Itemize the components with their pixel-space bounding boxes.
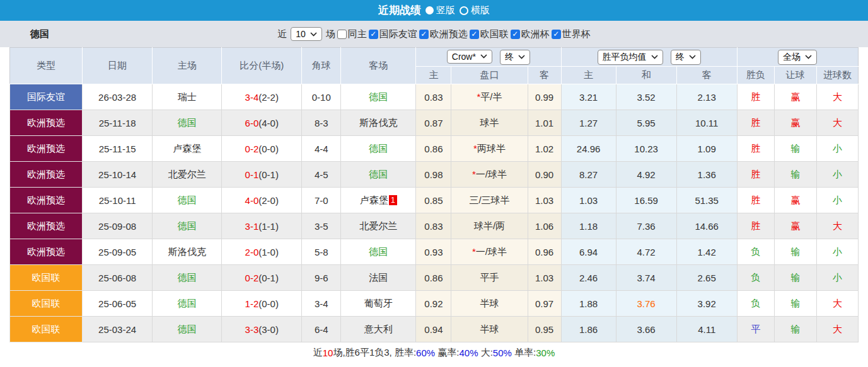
checkbox-checked-icon[interactable]: ✓ bbox=[470, 30, 479, 39]
header-avg-group: 胜平负均值 终 bbox=[561, 48, 737, 67]
filter-checkbox-friendly[interactable]: ✓ 国际友谊 bbox=[368, 28, 417, 40]
away-team[interactable]: 德国 bbox=[341, 162, 416, 188]
avg-draw-odds: 10.23 bbox=[616, 136, 676, 162]
home-team[interactable]: 北爱尔兰 bbox=[153, 162, 222, 188]
team-name-text: 德国 bbox=[369, 143, 388, 154]
away-team[interactable]: 德国 bbox=[341, 136, 416, 162]
handicap-odds-away: 0.96 bbox=[528, 239, 561, 265]
away-team[interactable]: 法国 bbox=[341, 265, 416, 291]
checkbox-unchecked-icon[interactable] bbox=[337, 30, 347, 39]
summary-bar: 近10场,胜6平1负3, 胜率:60% 赢率:40% 大:50% 单率:30% bbox=[0, 342, 868, 363]
home-team[interactable]: 卢森堡 bbox=[153, 136, 222, 162]
odds-period-select[interactable]: 终 bbox=[500, 50, 530, 65]
subheader-avg-draw: 和 bbox=[616, 67, 676, 84]
away-team[interactable]: 斯洛伐克 bbox=[341, 110, 416, 136]
match-score[interactable]: 0-2(0-1) bbox=[222, 265, 302, 291]
subheader-result-handicap: 让球 bbox=[774, 67, 816, 84]
handicap-odds-away: 0.95 bbox=[528, 317, 561, 342]
result-goals: 大 bbox=[816, 317, 858, 342]
away-team[interactable]: 北爱尔兰 bbox=[341, 213, 416, 239]
view-option-horizontal[interactable]: 横版 bbox=[460, 4, 490, 16]
away-team[interactable]: 葡萄牙 bbox=[341, 291, 416, 317]
match-score[interactable]: 3-1(1-1) bbox=[222, 213, 302, 239]
home-team[interactable]: 瑞士 bbox=[153, 84, 222, 110]
team-name-text: 德国 bbox=[178, 220, 197, 231]
match-score[interactable]: 2-0(1-0) bbox=[222, 239, 302, 265]
avg-away-odds: 1.42 bbox=[676, 239, 737, 265]
result-outcome: 胜 bbox=[737, 162, 774, 188]
away-team[interactable]: 意大利 bbox=[341, 317, 416, 342]
match-score[interactable]: 3-4(2-2) bbox=[222, 84, 302, 110]
scope-select-value: 全场 bbox=[783, 52, 801, 63]
match-score[interactable]: 3-3(3-0) bbox=[222, 317, 302, 342]
halftime-score: (0-0) bbox=[258, 144, 279, 154]
home-team[interactable]: 德国 bbox=[153, 213, 222, 239]
away-team[interactable]: 德国 bbox=[341, 239, 416, 265]
summary-segment: 大: bbox=[478, 347, 493, 359]
fulltime-score: 2-0 bbox=[245, 247, 259, 257]
bookmaker-select[interactable]: Crow* bbox=[447, 50, 492, 64]
subheader-result-outcome: 胜负 bbox=[737, 67, 774, 84]
match-score[interactable]: 4-0(2-0) bbox=[222, 188, 302, 213]
header-odds-group: Crow* 终 bbox=[416, 48, 561, 67]
handicap-odds-away: 0.99 bbox=[528, 84, 561, 110]
result-outcome: 胜 bbox=[737, 136, 774, 162]
match-type-badge: 欧国联 bbox=[10, 317, 83, 342]
match-date: 25-10-11 bbox=[83, 188, 153, 213]
checkbox-checked-icon[interactable]: ✓ bbox=[419, 30, 429, 39]
home-team[interactable]: 德国 bbox=[153, 291, 222, 317]
scope-select[interactable]: 全场 bbox=[778, 50, 817, 65]
team-name-text: 葡萄牙 bbox=[364, 298, 393, 308]
home-team[interactable]: 德国 bbox=[153, 265, 222, 291]
recent-count-value: 10 bbox=[296, 29, 306, 39]
filter-checkbox-euro-cup[interactable]: ✓ 欧洲杯 bbox=[510, 28, 550, 40]
match-type-badge: 欧国联 bbox=[10, 291, 83, 317]
avg-home-odds: 1.27 bbox=[561, 110, 616, 136]
fulltime-score: 3-4 bbox=[245, 92, 259, 103]
result-handicap: 输 bbox=[774, 317, 816, 342]
recent-label: 近 bbox=[277, 28, 287, 40]
bookmaker-select-value: Crow* bbox=[452, 52, 476, 62]
match-score[interactable]: 6-0(4-0) bbox=[222, 110, 302, 136]
avg-home-odds: 1.86 bbox=[561, 317, 616, 342]
view-option-label: 竖版 bbox=[436, 4, 455, 16]
subheader-avg-away: 客 bbox=[676, 67, 737, 84]
filter-checkbox-same-venue[interactable]: 同主 bbox=[337, 28, 367, 40]
avg-odds-select[interactable]: 胜平负均值 bbox=[598, 50, 663, 65]
team-name-text: 德国 bbox=[369, 246, 388, 257]
radio-unselected-icon[interactable] bbox=[460, 6, 468, 15]
result-outcome: 胜 bbox=[737, 213, 774, 239]
fulltime-score: 4-0 bbox=[245, 195, 259, 206]
checkbox-checked-icon[interactable]: ✓ bbox=[511, 30, 520, 39]
team-name-text: 法国 bbox=[369, 272, 388, 283]
home-team[interactable]: 斯洛伐克 bbox=[153, 239, 222, 265]
checkbox-label: 国际友谊 bbox=[379, 28, 417, 40]
summary-segment: 50% bbox=[493, 347, 512, 358]
checkbox-checked-icon[interactable]: ✓ bbox=[369, 30, 378, 39]
home-team[interactable]: 德国 bbox=[153, 188, 222, 213]
match-score[interactable]: 0-2(0-0) bbox=[222, 136, 302, 162]
filter-checkbox-nations-league[interactable]: ✓ 欧国联 bbox=[469, 28, 509, 40]
view-option-vertical[interactable]: 竖版 bbox=[425, 4, 455, 16]
fulltime-score: 0-1 bbox=[245, 169, 259, 180]
handicap-line: 平手 bbox=[451, 265, 528, 291]
match-score[interactable]: 1-2(0-0) bbox=[222, 291, 302, 317]
avg-home-odds: 3.21 bbox=[561, 84, 616, 110]
corner-count: 3-5 bbox=[302, 213, 341, 239]
match-score[interactable]: 0-1(0-1) bbox=[222, 162, 302, 188]
match-type-badge: 欧国联 bbox=[10, 265, 83, 291]
match-type-badge: 欧洲预选 bbox=[10, 162, 83, 188]
table-row: 欧国联 25-06-05 德国 1-2(0-0) 3-4 葡萄牙 0.92 半球… bbox=[10, 291, 859, 317]
handicap-odds-away: 1.01 bbox=[528, 110, 561, 136]
away-team[interactable]: 卢森堡1 bbox=[341, 188, 416, 213]
checkbox-checked-icon[interactable]: ✓ bbox=[552, 30, 561, 39]
recent-count-select[interactable]: 10 bbox=[291, 27, 322, 41]
away-team[interactable]: 德国 bbox=[341, 84, 416, 110]
avg-period-select[interactable]: 终 bbox=[671, 50, 701, 65]
corner-count: 7-0 bbox=[302, 188, 341, 213]
filter-checkbox-world-cup[interactable]: ✓ 世界杯 bbox=[551, 28, 591, 40]
home-team[interactable]: 德国 bbox=[153, 110, 222, 136]
home-team[interactable]: 德国 bbox=[153, 317, 222, 342]
radio-selected-icon[interactable] bbox=[425, 6, 434, 14]
filter-checkbox-euro-qualifier[interactable]: ✓ 欧洲预选 bbox=[419, 28, 468, 40]
